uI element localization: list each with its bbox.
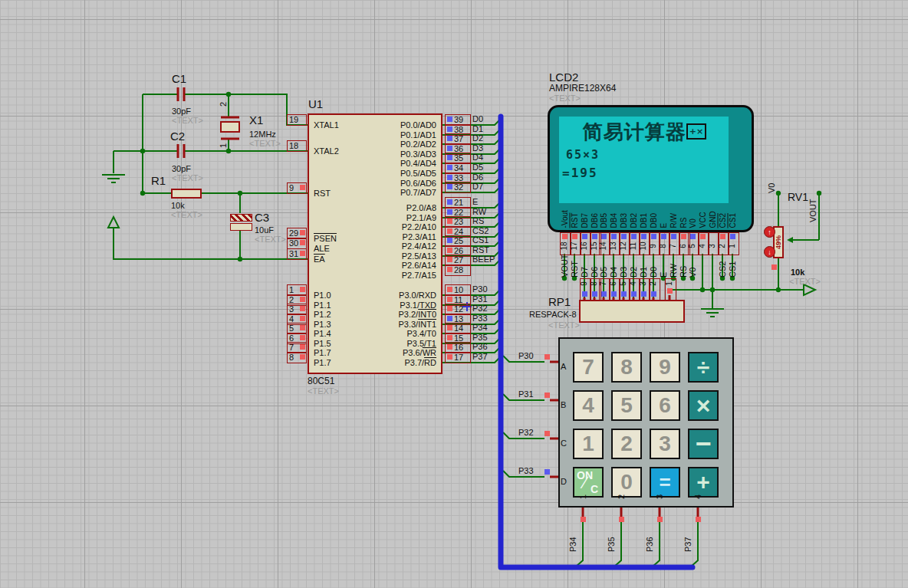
net-label-P36: P36	[472, 342, 488, 351]
logic-state-indicator	[447, 218, 452, 224]
lcd-pin-name-R/W: R/W	[669, 186, 678, 228]
net-label-P33: P33	[518, 466, 534, 475]
u1-pin-label-10: P3.0/RXD	[314, 291, 436, 300]
net-label-D1: D1	[639, 232, 648, 278]
u1-pin-label-25: P2.4/A12	[314, 241, 436, 251]
keypad-col-label: 1	[578, 489, 587, 504]
net-label-RS: RS	[679, 232, 688, 278]
logic-state-indicator	[447, 335, 452, 340]
u1-pin-label-12: P3.2/INT0	[314, 310, 436, 319]
u1-pin-label-34: P0.5/AD5	[314, 169, 436, 178]
keypad-row-label: A	[561, 362, 566, 371]
c1-text: <TEXT>	[172, 116, 203, 125]
pot-increase-button[interactable]: ↑	[764, 226, 775, 238]
rv1-text: <TEXT>	[789, 277, 821, 286]
u1-ref: U1	[308, 98, 323, 110]
pin-number: 14	[454, 324, 463, 333]
net-label-P35: P35	[472, 333, 488, 342]
logic-state-indicator	[447, 257, 452, 262]
net-label-D5: D5	[599, 232, 608, 278]
net-label-D5: D5	[472, 163, 483, 172]
lcd-result: =195	[562, 166, 598, 180]
u1-pin-label-39: P0.0/AD0	[314, 120, 436, 130]
key-1[interactable]: 1	[573, 429, 604, 459]
lcd-expression: 65×3	[566, 148, 600, 162]
net-label-P30: P30	[518, 351, 534, 360]
respack-rp1-body	[579, 300, 685, 323]
key-−[interactable]: −	[688, 429, 719, 459]
rv1-net-v0: V0	[767, 170, 776, 193]
lcd-pin-name-DB5: DB5	[599, 186, 608, 228]
net-label-CS2: CS2	[472, 226, 489, 235]
logic-state-indicator	[447, 325, 452, 330]
pin-number: 9	[289, 183, 294, 192]
pot-decrease-button[interactable]: ↓	[764, 246, 775, 258]
logic-state-indicator	[544, 354, 550, 360]
net-label-CS1: CS1	[472, 235, 489, 245]
net-label-P37: P37	[472, 352, 488, 361]
key-9[interactable]: 9	[650, 352, 680, 383]
u1-pin-label-11: P3.1/TXD	[314, 301, 436, 310]
logic-state-indicator	[544, 469, 550, 475]
capacitor-c3-plate-positive	[230, 214, 252, 222]
net-label-D4: D4	[472, 153, 483, 162]
u1-pin-label-22: P2.1/A9	[314, 213, 436, 222]
net-label-V0: V0	[688, 232, 697, 278]
key-7[interactable]: 7	[573, 352, 604, 383]
key-0[interactable]: 0	[611, 467, 642, 498]
logic-state-indicator	[447, 238, 452, 243]
logic-state-indicator	[447, 175, 452, 180]
logic-state-indicator	[447, 117, 452, 122]
key-+[interactable]: +	[688, 467, 719, 498]
lcd-pin-name-DB0: DB0	[649, 186, 658, 228]
u1-part: 80C51	[308, 376, 334, 386]
net-label-P30: P30	[472, 284, 488, 294]
logic-state-indicator	[300, 297, 305, 302]
net-label-CS1: CS1	[728, 232, 737, 278]
logic-state-indicator	[300, 354, 305, 360]
lcd-pin-name-RST: RST	[570, 186, 579, 228]
net-label-E: E	[659, 232, 668, 278]
u1-pin-label-37: P0.2/AD2	[314, 140, 436, 149]
key-3[interactable]: 3	[650, 429, 680, 459]
pin-number: 23	[454, 217, 463, 226]
logic-state-indicator	[447, 165, 452, 170]
net-label-D2: D2	[629, 232, 638, 278]
net-label-RW: RW	[669, 232, 678, 278]
rp1-pin-number: 4	[629, 276, 638, 291]
net-label-D7: D7	[472, 182, 483, 191]
key-5[interactable]: 5	[611, 390, 642, 421]
u1-pin-label-35: P0.4/AD4	[314, 159, 436, 168]
key-×[interactable]: ×	[688, 390, 719, 421]
logic-state-indicator	[447, 267, 452, 272]
logic-state-indicator	[300, 306, 305, 311]
key-8[interactable]: 8	[611, 352, 642, 383]
u1-pin-label-38: P0.1/AD1	[314, 130, 436, 140]
pin-number: 30	[289, 238, 298, 248]
net-label-E: E	[472, 197, 478, 206]
logic-state-indicator	[592, 291, 597, 297]
lcd-pin-name-E: E	[659, 186, 668, 228]
key-÷[interactable]: ÷	[688, 352, 719, 383]
net-label-P31: P31	[518, 389, 534, 399]
logic-state-indicator	[447, 316, 452, 321]
key-2[interactable]: 2	[611, 429, 642, 459]
logic-state-indicator	[544, 431, 550, 436]
net-label-D2: D2	[472, 133, 483, 143]
key-=[interactable]: =	[650, 467, 680, 498]
key-6[interactable]: 6	[650, 390, 680, 421]
pin-number: 34	[454, 163, 463, 172]
net-label-D3: D3	[619, 232, 628, 278]
x1-ref: X1	[249, 114, 263, 126]
u1-pin-label-14: P3.4/T0	[314, 329, 436, 338]
key-4[interactable]: 4	[573, 390, 604, 421]
net-label-D6: D6	[472, 172, 483, 182]
net-label-CS2: CS2	[718, 232, 727, 278]
logic-state-indicator	[447, 126, 452, 132]
pin-number: 7	[289, 343, 294, 352]
u1-pin-label-26: P2.5/A13	[314, 251, 436, 261]
lcd-title-line: 简易计算器+×	[561, 119, 729, 146]
pin-number: 37	[454, 134, 463, 143]
logic-state-indicator	[447, 287, 452, 292]
key-ON/C[interactable]: ON∕C	[573, 467, 604, 498]
